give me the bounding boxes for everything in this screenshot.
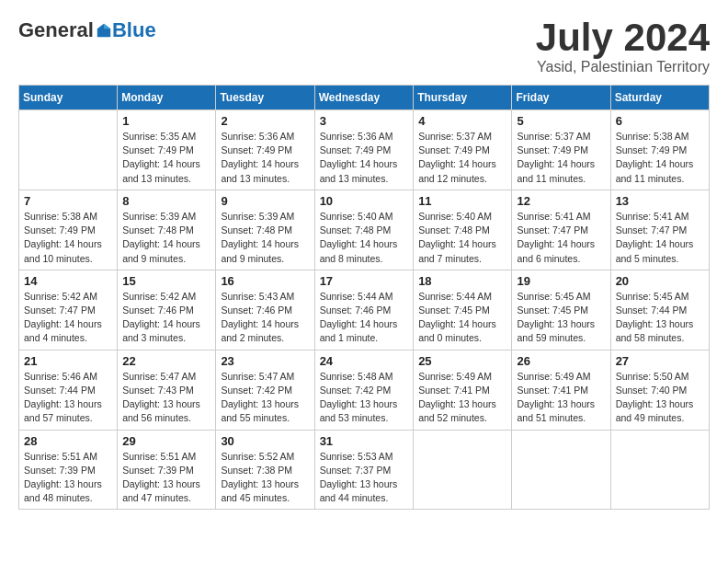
day-info: Sunrise: 5:53 AM Sunset: 7:37 PM Dayligh… (320, 450, 409, 506)
day-number: 24 (320, 354, 409, 368)
calendar-week-row: 14Sunrise: 5:42 AM Sunset: 7:47 PM Dayli… (19, 270, 710, 350)
calendar-cell: 28Sunrise: 5:51 AM Sunset: 7:39 PM Dayli… (19, 430, 118, 510)
logo-blue-text: Blue (112, 18, 156, 42)
day-number: 10 (320, 194, 409, 208)
col-header-monday: Monday (118, 86, 216, 110)
calendar-cell: 31Sunrise: 5:53 AM Sunset: 7:37 PM Dayli… (314, 430, 414, 510)
month-title: July 2024 (536, 18, 710, 57)
day-number: 22 (122, 354, 210, 368)
day-info: Sunrise: 5:49 AM Sunset: 7:41 PM Dayligh… (418, 370, 506, 426)
day-info: Sunrise: 5:36 AM Sunset: 7:49 PM Dayligh… (320, 130, 409, 186)
logo: General Blue (18, 18, 156, 42)
calendar-cell: 6Sunrise: 5:38 AM Sunset: 7:49 PM Daylig… (610, 110, 709, 190)
day-number: 11 (418, 194, 506, 208)
day-number: 4 (418, 114, 506, 128)
day-number: 15 (122, 274, 210, 288)
day-info: Sunrise: 5:52 AM Sunset: 7:38 PM Dayligh… (221, 450, 309, 506)
logo-icon (96, 22, 112, 39)
day-info: Sunrise: 5:47 AM Sunset: 7:42 PM Dayligh… (221, 370, 309, 426)
calendar-cell: 23Sunrise: 5:47 AM Sunset: 7:42 PM Dayli… (216, 350, 314, 430)
day-number: 25 (418, 354, 506, 368)
day-number: 29 (122, 434, 210, 448)
day-number: 30 (221, 434, 309, 448)
title-area: July 2024 Yasid, Palestinian Territory (536, 18, 710, 75)
calendar-cell (19, 110, 118, 190)
day-info: Sunrise: 5:35 AM Sunset: 7:49 PM Dayligh… (122, 130, 210, 186)
day-info: Sunrise: 5:49 AM Sunset: 7:41 PM Dayligh… (517, 370, 605, 426)
day-number: 8 (122, 194, 210, 208)
day-number: 28 (24, 434, 112, 448)
calendar-cell: 3Sunrise: 5:36 AM Sunset: 7:49 PM Daylig… (314, 110, 414, 190)
day-info: Sunrise: 5:50 AM Sunset: 7:40 PM Dayligh… (616, 370, 704, 426)
day-number: 7 (24, 194, 112, 208)
day-info: Sunrise: 5:51 AM Sunset: 7:39 PM Dayligh… (24, 450, 112, 506)
calendar-cell (512, 430, 610, 510)
calendar-week-row: 28Sunrise: 5:51 AM Sunset: 7:39 PM Dayli… (19, 430, 710, 510)
day-number: 5 (517, 114, 605, 128)
day-info: Sunrise: 5:44 AM Sunset: 7:46 PM Dayligh… (320, 290, 409, 346)
day-info: Sunrise: 5:41 AM Sunset: 7:47 PM Dayligh… (517, 210, 605, 266)
col-header-saturday: Saturday (610, 86, 709, 110)
day-info: Sunrise: 5:39 AM Sunset: 7:48 PM Dayligh… (122, 210, 210, 266)
day-number: 9 (221, 194, 309, 208)
calendar-cell: 14Sunrise: 5:42 AM Sunset: 7:47 PM Dayli… (19, 270, 118, 350)
day-info: Sunrise: 5:47 AM Sunset: 7:43 PM Dayligh… (122, 370, 210, 426)
day-info: Sunrise: 5:45 AM Sunset: 7:44 PM Dayligh… (616, 290, 704, 346)
calendar-cell: 10Sunrise: 5:40 AM Sunset: 7:48 PM Dayli… (314, 190, 414, 270)
day-info: Sunrise: 5:45 AM Sunset: 7:45 PM Dayligh… (517, 290, 605, 346)
day-number: 31 (320, 434, 409, 448)
page-header: General Blue July 2024 Yasid, Palestinia… (18, 18, 710, 75)
calendar-cell (414, 430, 512, 510)
calendar-cell: 26Sunrise: 5:49 AM Sunset: 7:41 PM Dayli… (512, 350, 610, 430)
calendar-cell (610, 430, 709, 510)
day-number: 13 (616, 194, 704, 208)
day-number: 3 (320, 114, 409, 128)
day-info: Sunrise: 5:40 AM Sunset: 7:48 PM Dayligh… (418, 210, 506, 266)
calendar-cell: 25Sunrise: 5:49 AM Sunset: 7:41 PM Dayli… (414, 350, 512, 430)
calendar-cell: 18Sunrise: 5:44 AM Sunset: 7:45 PM Dayli… (414, 270, 512, 350)
day-info: Sunrise: 5:51 AM Sunset: 7:39 PM Dayligh… (122, 450, 210, 506)
day-info: Sunrise: 5:37 AM Sunset: 7:49 PM Dayligh… (517, 130, 605, 186)
calendar-cell: 7Sunrise: 5:38 AM Sunset: 7:49 PM Daylig… (19, 190, 118, 270)
day-number: 27 (616, 354, 704, 368)
day-number: 20 (616, 274, 704, 288)
day-info: Sunrise: 5:37 AM Sunset: 7:49 PM Dayligh… (418, 130, 506, 186)
day-number: 16 (221, 274, 309, 288)
day-number: 17 (320, 274, 409, 288)
col-header-friday: Friday (512, 86, 610, 110)
day-info: Sunrise: 5:40 AM Sunset: 7:48 PM Dayligh… (320, 210, 409, 266)
calendar-cell: 15Sunrise: 5:42 AM Sunset: 7:46 PM Dayli… (118, 270, 216, 350)
calendar-cell: 24Sunrise: 5:48 AM Sunset: 7:42 PM Dayli… (314, 350, 414, 430)
calendar-cell: 29Sunrise: 5:51 AM Sunset: 7:39 PM Dayli… (118, 430, 216, 510)
calendar-cell: 27Sunrise: 5:50 AM Sunset: 7:40 PM Dayli… (610, 350, 709, 430)
day-number: 26 (517, 354, 605, 368)
location-title: Yasid, Palestinian Territory (536, 59, 710, 75)
calendar-header-row: SundayMondayTuesdayWednesdayThursdayFrid… (19, 86, 710, 110)
logo-general-text: General (18, 18, 94, 42)
day-info: Sunrise: 5:44 AM Sunset: 7:45 PM Dayligh… (418, 290, 506, 346)
day-info: Sunrise: 5:48 AM Sunset: 7:42 PM Dayligh… (320, 370, 409, 426)
calendar-cell: 30Sunrise: 5:52 AM Sunset: 7:38 PM Dayli… (216, 430, 314, 510)
calendar-cell: 4Sunrise: 5:37 AM Sunset: 7:49 PM Daylig… (414, 110, 512, 190)
calendar-cell: 22Sunrise: 5:47 AM Sunset: 7:43 PM Dayli… (118, 350, 216, 430)
day-info: Sunrise: 5:43 AM Sunset: 7:46 PM Dayligh… (221, 290, 309, 346)
calendar-cell: 17Sunrise: 5:44 AM Sunset: 7:46 PM Dayli… (314, 270, 414, 350)
day-number: 1 (122, 114, 210, 128)
day-number: 18 (418, 274, 506, 288)
calendar-cell: 20Sunrise: 5:45 AM Sunset: 7:44 PM Dayli… (610, 270, 709, 350)
day-number: 23 (221, 354, 309, 368)
calendar-week-row: 21Sunrise: 5:46 AM Sunset: 7:44 PM Dayli… (19, 350, 710, 430)
calendar-cell: 8Sunrise: 5:39 AM Sunset: 7:48 PM Daylig… (118, 190, 216, 270)
calendar-cell: 1Sunrise: 5:35 AM Sunset: 7:49 PM Daylig… (118, 110, 216, 190)
calendar-cell: 21Sunrise: 5:46 AM Sunset: 7:44 PM Dayli… (19, 350, 118, 430)
col-header-sunday: Sunday (19, 86, 118, 110)
day-number: 19 (517, 274, 605, 288)
col-header-thursday: Thursday (414, 86, 512, 110)
calendar-cell: 16Sunrise: 5:43 AM Sunset: 7:46 PM Dayli… (216, 270, 314, 350)
day-number: 14 (24, 274, 112, 288)
calendar-table: SundayMondayTuesdayWednesdayThursdayFrid… (18, 85, 710, 510)
calendar-cell: 5Sunrise: 5:37 AM Sunset: 7:49 PM Daylig… (512, 110, 610, 190)
day-info: Sunrise: 5:39 AM Sunset: 7:48 PM Dayligh… (221, 210, 309, 266)
col-header-tuesday: Tuesday (216, 86, 314, 110)
day-info: Sunrise: 5:38 AM Sunset: 7:49 PM Dayligh… (24, 210, 112, 266)
